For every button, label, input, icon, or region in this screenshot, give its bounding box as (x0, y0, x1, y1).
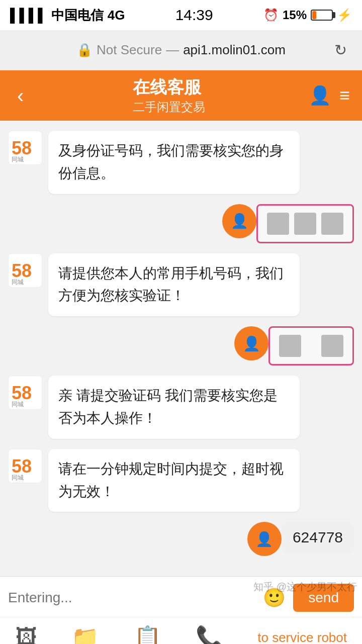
agent-avatar: 58 同城 (8, 131, 42, 165)
refresh-button[interactable]: ↻ (334, 41, 347, 59)
svg-text:同城: 同城 (12, 474, 24, 481)
input-row: 🙂 send (8, 584, 354, 612)
message-text: 请在一分钟规定时间内提交，超时视为无效！ (58, 461, 284, 499)
agent-avatar: 58 同城 (8, 449, 42, 483)
header-title-area: 在线客服 二手闲置交易 (133, 76, 205, 115)
message-text: 624778 (293, 529, 343, 545)
redacted-block (294, 213, 316, 235)
not-secure-label: Not Secure (97, 42, 162, 58)
svg-text:58: 58 (12, 138, 32, 158)
user-avatar-icon: 👤 (231, 213, 248, 229)
status-right: ⏰ 15% ⚡ (263, 8, 352, 22)
message-row: 58 同城 请在一分钟规定时间内提交，超时视为无效！ (8, 449, 354, 512)
message-row: 58 同城 及身份证号码，我们需要核实您的身份信息。 (8, 131, 354, 194)
redacted-block (279, 335, 301, 357)
carrier-label: 中国电信 (51, 7, 104, 24)
emoji-button[interactable]: 🙂 (261, 585, 287, 611)
battery-label: 15% (283, 8, 307, 22)
charging-icon: ⚡ (337, 8, 352, 22)
alarm-icon: ⏰ (263, 8, 279, 22)
redacted-block (267, 213, 289, 235)
message-row: 58 同城 亲 请提交验证码 我们需要核实您是否为本人操作！ (8, 376, 354, 439)
svg-text:58: 58 (12, 260, 32, 281)
agent-bubble: 亲 请提交验证码 我们需要核实您是否为本人操作！ (48, 376, 300, 439)
signal-icon: ▌▌▌▌ (10, 8, 47, 23)
message-text: 请提供您本人的常用手机号码，我们方便为您核实验证！ (58, 265, 284, 304)
message-text: 亲 请提交验证码 我们需要核实您是否为本人操作！ (58, 388, 278, 426)
input-area: 🙂 send (0, 576, 362, 617)
agent-bubble: 请在一分钟规定时间内提交，超时视为无效！ (48, 449, 300, 512)
phone-icon[interactable]: 📞 (196, 624, 223, 644)
user-avatar: 👤 (222, 204, 256, 238)
agent-bubble: 及身份证号码，我们需要核实您的身份信息。 (48, 131, 300, 194)
svg-text:同城: 同城 (12, 156, 24, 162)
header-right: 👤 ≡ (309, 85, 350, 106)
header: ‹ 在线客服 二手闲置交易 👤 ≡ (0, 70, 362, 121)
svg-text:58: 58 (12, 383, 32, 403)
back-button[interactable]: ‹ (12, 79, 29, 112)
network-label: 4G (108, 8, 125, 23)
status-left: ▌▌▌▌ 中国电信 4G (10, 7, 125, 24)
user-avatar-icon: 👤 (255, 531, 273, 547)
lock-icon: 🔒 (76, 42, 93, 58)
clipboard-icon[interactable]: 📋 (134, 624, 161, 644)
svg-text:58: 58 (12, 456, 32, 477)
service-robot-link[interactable]: to service robot (257, 630, 347, 644)
separator: — (166, 42, 179, 58)
message-row: 58 同城 请提供您本人的常用手机号码，我们方便为您核实验证！ (8, 253, 354, 317)
agent-bubble: 请提供您本人的常用手机号码，我们方便为您核实验证！ (48, 253, 300, 317)
message-row: 624778 👤 (8, 522, 354, 556)
svg-text:同城: 同城 (12, 401, 24, 407)
browser-bar: 🔒 Not Secure — api1.molin01.com ↻ (0, 30, 362, 70)
status-bar: ▌▌▌▌ 中国电信 4G 14:39 ⏰ 15% ⚡ (0, 0, 362, 30)
redacted-block (321, 335, 343, 357)
user-plain-bubble: 624778 (282, 522, 354, 553)
folder-icon[interactable]: 📁 (71, 624, 99, 644)
time-label: 14:39 (175, 7, 213, 24)
chat-area: 58 同城 及身份证号码，我们需要核实您的身份信息。 👤 58 同城 请 (0, 121, 362, 576)
user-avatar: 👤 (234, 326, 268, 360)
menu-icon[interactable]: ≡ (339, 85, 350, 106)
url-bar[interactable]: 🔒 Not Secure — api1.molin01.com (76, 42, 286, 58)
message-text: 及身份证号码，我们需要核实您的身份信息。 (58, 143, 284, 181)
image-icon[interactable]: 🖼 (15, 625, 37, 644)
battery-icon (311, 10, 333, 21)
url-domain: api1.molin01.com (183, 42, 286, 58)
message-input[interactable] (8, 585, 255, 611)
svg-text:同城: 同城 (12, 279, 24, 285)
user-icon[interactable]: 👤 (309, 85, 331, 106)
header-subtitle: 二手闲置交易 (133, 99, 205, 115)
agent-avatar: 58 同城 (8, 253, 42, 288)
user-redacted-bubble (268, 326, 354, 365)
message-row: 👤 (8, 326, 354, 365)
header-title: 在线客服 (133, 76, 201, 99)
user-redacted-bubble (256, 204, 354, 243)
send-button[interactable]: send (293, 584, 354, 612)
toolbar: 🖼 📁 📋 📞 to service robot (0, 617, 362, 644)
user-avatar: 👤 (247, 522, 282, 556)
user-avatar-icon: 👤 (243, 335, 260, 352)
message-row: 👤 (8, 204, 354, 243)
redacted-block (321, 213, 343, 235)
agent-avatar: 58 同城 (8, 376, 42, 410)
